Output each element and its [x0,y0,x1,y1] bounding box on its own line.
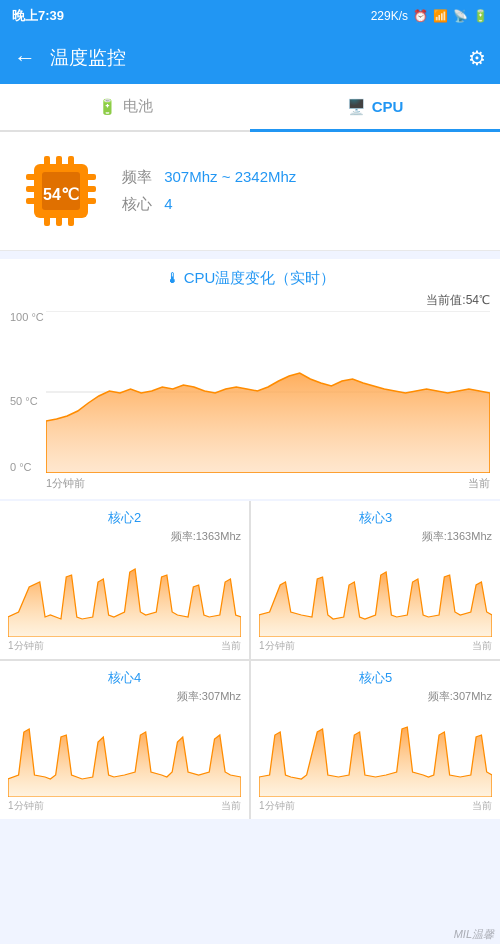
y-label-mid: 50 °C [10,395,38,407]
svg-rect-6 [56,216,62,226]
core3-time-left: 1分钟前 [259,639,295,653]
core2-time-right: 当前 [221,639,241,653]
mini-chart-core2: 核心2 频率:1363Mhz 1分钟前 当前 [0,501,249,659]
chart-time-left: 1分钟前 [46,476,85,491]
core4-svg [8,707,241,797]
core2-times: 1分钟前 当前 [8,639,241,653]
network-speed: 229K/s [371,9,408,23]
status-bar: 晚上7:39 229K/s ⏰ 📶 📡 🔋 [0,0,500,32]
big-chart-container: 100 °C 50 °C 0 °C [10,311,490,491]
svg-rect-2 [44,156,50,166]
big-chart-section: 🌡 CPU温度变化（实时） 当前值:54℃ 100 °C 50 °C 0 °C [0,259,500,499]
alarm-icon: ⏰ [413,9,428,23]
battery-icon: 🔋 [473,9,488,23]
freq-row: 频率 307Mhz ~ 2342Mhz [122,168,296,187]
core2-title: 核心2 [8,509,241,527]
toolbar: ← 温度监控 ⚙ [0,32,500,84]
watermark: MIL温馨 [454,927,494,942]
svg-rect-13 [86,198,96,204]
battery-tab-label: 电池 [123,97,153,116]
mini-chart-core4: 核心4 频率:307Mhz 1分钟前 当前 [0,661,249,819]
big-chart-current: 当前值:54℃ [10,292,490,309]
svg-rect-12 [86,186,96,192]
core-row: 核心 4 [122,195,296,214]
cpu-info-section: 54℃ 频率 307Mhz ~ 2342Mhz 核心 4 [0,132,500,251]
main-content: 54℃ 频率 307Mhz ~ 2342Mhz 核心 4 🌡 CPU温度变化（实… [0,132,500,944]
svg-rect-7 [68,216,74,226]
tab-bar: 🔋 电池 🖥️ CPU [0,84,500,132]
freq-value: 307Mhz ~ 2342Mhz [164,168,296,185]
core5-freq: 频率:307Mhz [259,689,492,704]
core4-freq: 频率:307Mhz [8,689,241,704]
core3-time-right: 当前 [472,639,492,653]
freq-label: 频率 [122,168,152,185]
core2-time-left: 1分钟前 [8,639,44,653]
mini-chart-core5: 核心5 频率:307Mhz 1分钟前 当前 [251,661,500,819]
svg-rect-8 [26,174,36,180]
core2-svg-wrap [8,547,241,637]
core5-svg-wrap [259,707,492,797]
big-chart-title: 🌡 CPU温度变化（实时） [10,269,490,288]
core3-svg-wrap [259,547,492,637]
cpu-chip-wrapper: 54℃ [16,146,106,236]
chart-time-right: 当前 [468,476,490,491]
back-button[interactable]: ← [14,45,36,71]
core5-times: 1分钟前 当前 [259,799,492,813]
svg-rect-10 [26,198,36,204]
core-label: 核心 [122,195,152,212]
y-label-top: 100 °C [10,311,44,323]
svg-text:54℃: 54℃ [43,186,79,203]
mini-chart-core3: 核心3 频率:1363Mhz 1分钟前 当前 [251,501,500,659]
svg-rect-5 [44,216,50,226]
status-time: 晚上7:39 [12,7,64,25]
y-label-bot: 0 °C [10,461,32,473]
core4-svg-wrap [8,707,241,797]
toolbar-title: 温度监控 [50,45,468,71]
svg-rect-9 [26,186,36,192]
core3-title: 核心3 [259,509,492,527]
tab-cpu[interactable]: 🖥️ CPU [250,84,500,132]
core4-time-left: 1分钟前 [8,799,44,813]
core3-freq: 频率:1363Mhz [259,529,492,544]
settings-icon[interactable]: ⚙ [468,46,486,70]
svg-rect-3 [56,156,62,166]
core2-freq: 频率:1363Mhz [8,529,241,544]
status-right: 229K/s ⏰ 📶 📡 🔋 [371,9,488,23]
core3-times: 1分钟前 当前 [259,639,492,653]
battery-tab-icon: 🔋 [98,98,117,116]
big-chart-svg [46,311,490,473]
mini-charts-grid: 核心2 频率:1363Mhz 1分钟前 当前 [0,501,500,819]
svg-rect-11 [86,174,96,180]
core5-time-left: 1分钟前 [259,799,295,813]
core4-times: 1分钟前 当前 [8,799,241,813]
core3-svg [259,547,492,637]
signal-icon: 📶 [433,9,448,23]
cpu-chip-svg: 54℃ [16,146,106,236]
core4-time-right: 当前 [221,799,241,813]
cpu-tab-label: CPU [372,98,404,115]
core5-svg [259,707,492,797]
cpu-details: 频率 307Mhz ~ 2342Mhz 核心 4 [122,168,296,214]
core5-time-right: 当前 [472,799,492,813]
big-chart-svg-wrap [46,311,490,473]
core4-title: 核心4 [8,669,241,687]
svg-rect-4 [68,156,74,166]
wifi-icon: 📡 [453,9,468,23]
core2-svg [8,547,241,637]
cpu-tab-icon: 🖥️ [347,98,366,116]
core-value: 4 [164,195,172,212]
core5-title: 核心5 [259,669,492,687]
tab-battery[interactable]: 🔋 电池 [0,84,250,132]
